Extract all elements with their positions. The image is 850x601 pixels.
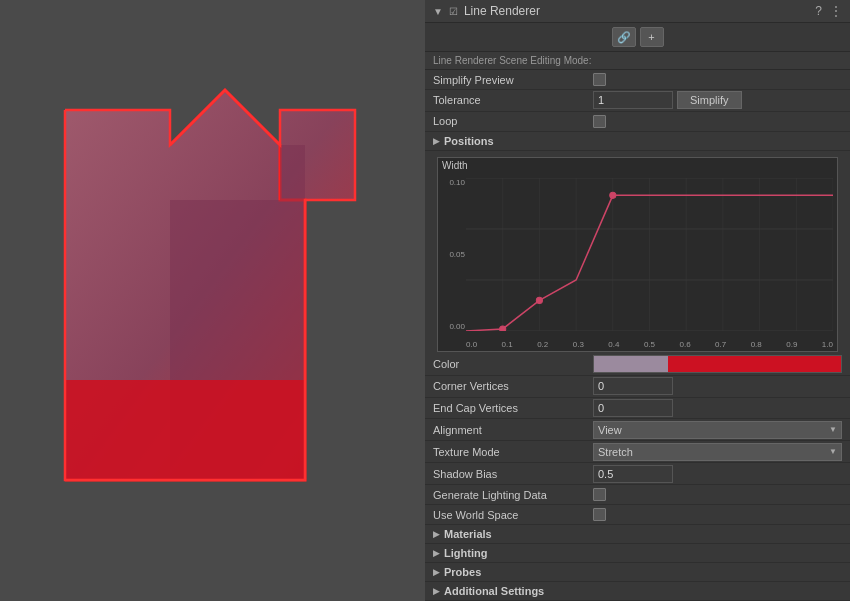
lighting-arrow-icon: ▶ [433, 548, 440, 558]
end-cap-vertices-input[interactable] [593, 399, 673, 417]
lighting-label: Lighting [444, 547, 487, 559]
simplify-preview-row: Simplify Preview [425, 70, 850, 90]
width-chart[interactable]: Width 0.10 0.05 0.00 [437, 157, 838, 352]
settings-icon[interactable]: ⋮ [830, 4, 842, 18]
scene-edit-text: Line Renderer Scene Editing Mode: [433, 55, 591, 66]
x-label-9: 0.9 [786, 340, 797, 349]
lock-btn[interactable]: 🔗 [612, 27, 636, 47]
texture-mode-label: Texture Mode [433, 446, 593, 458]
chart-area [466, 178, 833, 331]
alignment-dropdown-arrow: ▼ [829, 425, 837, 434]
chart-point-1 [500, 326, 506, 331]
lock-icon: 🔗 [617, 31, 631, 44]
x-label-0: 0.0 [466, 340, 477, 349]
use-world-space-label: Use World Space [433, 509, 593, 521]
texture-mode-row: Texture Mode Stretch ▼ [425, 441, 850, 463]
color-label: Color [433, 358, 593, 370]
additional-settings-label: Additional Settings [444, 585, 544, 597]
probes-arrow-icon: ▶ [433, 567, 440, 577]
chart-point-3 [610, 192, 616, 198]
header-icons: ? ⋮ [815, 4, 842, 18]
x-label-4: 0.4 [608, 340, 619, 349]
end-cap-vertices-label: End Cap Vertices [433, 402, 593, 414]
corner-vertices-row: Corner Vertices [425, 376, 850, 398]
x-label-8: 0.8 [751, 340, 762, 349]
positions-label: Positions [444, 135, 494, 147]
positions-section[interactable]: ▶ Positions [425, 132, 850, 151]
generate-lighting-row: Generate Lighting Data [425, 485, 850, 505]
title-text: Line Renderer [464, 4, 540, 18]
additional-settings-section[interactable]: ▶ Additional Settings [425, 582, 850, 601]
collapse-arrow-icon: ▼ [433, 6, 443, 17]
tolerance-input[interactable] [593, 91, 673, 109]
corner-vertices-input[interactable] [593, 377, 673, 395]
end-cap-vertices-row: End Cap Vertices [425, 398, 850, 420]
y-axis: 0.10 0.05 0.00 [440, 178, 465, 331]
y-label-top: 0.10 [440, 178, 465, 187]
chart-title: Width [442, 160, 468, 171]
loop-value [593, 115, 842, 128]
x-label-3: 0.3 [573, 340, 584, 349]
help-icon[interactable]: ? [815, 4, 822, 18]
color-swatch[interactable] [593, 355, 842, 373]
inspector: ▼ ☑ Line Renderer ? ⋮ 🔗 + Line Renderer … [425, 0, 850, 601]
color-row: Color [425, 354, 850, 376]
svg-marker-3 [65, 380, 305, 480]
x-axis: 0.0 0.1 0.2 0.3 0.4 0.5 0.6 0.7 0.8 0.9 … [466, 340, 833, 349]
use-world-space-checkbox[interactable] [593, 508, 606, 521]
x-label-5: 0.5 [644, 340, 655, 349]
texture-mode-value: Stretch ▼ [593, 443, 842, 461]
tolerance-value: Simplify [593, 91, 842, 109]
scene-edit-mode-label: Line Renderer Scene Editing Mode: [425, 52, 850, 70]
materials-arrow-icon: ▶ [433, 529, 440, 539]
x-label-10: 1.0 [822, 340, 833, 349]
shadow-bias-label: Shadow Bias [433, 468, 593, 480]
loop-checkbox[interactable] [593, 115, 606, 128]
corner-vertices-value [593, 377, 842, 395]
probes-label: Probes [444, 566, 481, 578]
alignment-label: Alignment [433, 424, 593, 436]
checkbox-icon[interactable]: ☑ [449, 6, 458, 17]
color-value [593, 355, 842, 373]
use-world-space-value [593, 508, 842, 521]
y-label-bottom: 0.00 [440, 322, 465, 331]
positions-arrow-icon: ▶ [433, 136, 440, 146]
add-icon: + [648, 31, 654, 43]
component-header: ▼ ☑ Line Renderer ? ⋮ [425, 0, 850, 23]
shadow-bias-row: Shadow Bias [425, 463, 850, 485]
y-label-mid: 0.05 [440, 250, 465, 259]
lighting-section[interactable]: ▶ Lighting [425, 544, 850, 563]
alignment-text: View [598, 424, 622, 436]
shadow-bias-input[interactable] [593, 465, 673, 483]
alignment-row: Alignment View ▼ [425, 419, 850, 441]
x-label-6: 0.6 [679, 340, 690, 349]
alignment-dropdown[interactable]: View ▼ [593, 421, 842, 439]
end-cap-vertices-value [593, 399, 842, 417]
x-label-7: 0.7 [715, 340, 726, 349]
simplify-button[interactable]: Simplify [677, 91, 742, 109]
generate-lighting-checkbox[interactable] [593, 488, 606, 501]
materials-label: Materials [444, 528, 492, 540]
tolerance-label: Tolerance [433, 94, 593, 106]
scene-view[interactable] [0, 0, 425, 601]
generate-lighting-value [593, 488, 842, 501]
component-title: Line Renderer [464, 4, 809, 18]
loop-label: Loop [433, 115, 593, 127]
loop-row: Loop [425, 112, 850, 132]
simplify-preview-label: Simplify Preview [433, 74, 593, 86]
x-label-2: 0.2 [537, 340, 548, 349]
add-btn[interactable]: + [640, 27, 664, 47]
texture-mode-dropdown-arrow: ▼ [829, 447, 837, 456]
texture-mode-dropdown[interactable]: Stretch ▼ [593, 443, 842, 461]
shadow-bias-value [593, 465, 842, 483]
toolbar: 🔗 + [425, 23, 850, 52]
simplify-preview-checkbox[interactable] [593, 73, 606, 86]
x-label-1: 0.1 [502, 340, 513, 349]
chart-point-2 [536, 297, 542, 303]
texture-mode-text: Stretch [598, 446, 633, 458]
simplify-preview-value [593, 73, 842, 86]
materials-section[interactable]: ▶ Materials [425, 525, 850, 544]
alignment-value: View ▼ [593, 421, 842, 439]
generate-lighting-label: Generate Lighting Data [433, 489, 593, 501]
probes-section[interactable]: ▶ Probes [425, 563, 850, 582]
